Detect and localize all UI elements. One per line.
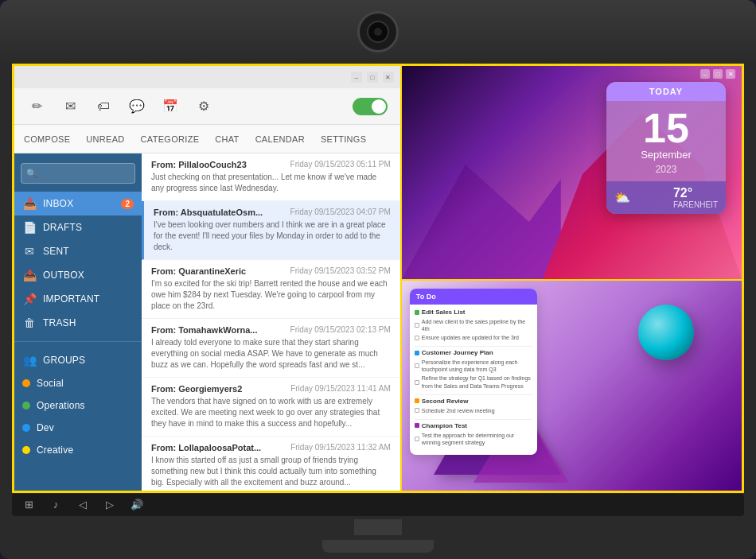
- sidebar-group-dev[interactable]: Dev: [14, 417, 142, 439]
- email-from-1: From: AbsquatulateOsm...: [154, 208, 263, 217]
- todo-separator-1: [415, 394, 532, 395]
- weather-temperature: 72°: [673, 186, 718, 200]
- desktop-bottom: To Do Edit Sales List Add new cl: [402, 281, 742, 491]
- sidebar-group-operations[interactable]: Operations: [14, 394, 142, 417]
- todo-item-3-0: Test the approach for determining our wi…: [415, 431, 532, 447]
- nav-unread[interactable]: UNREAD: [86, 134, 124, 144]
- calendar-month: September: [606, 149, 726, 164]
- todo-section-title-1: Customer Journey Plan: [415, 349, 532, 356]
- todo-item-1-1: Refine the strategy for Q1 based on find…: [415, 374, 532, 390]
- search-icon: 🔍: [26, 169, 37, 179]
- email-item-0[interactable]: From: PillalooCouch23 Friday 09/15/2023 …: [142, 153, 400, 201]
- email-date-5: Friday 09/15/2023 11:32 AM: [290, 443, 391, 452]
- sidebar-item-trash[interactable]: 🗑 TRASH: [14, 311, 142, 335]
- chat-icon[interactable]: 💬: [127, 97, 146, 116]
- todo-checkbox-3-0[interactable]: [415, 437, 419, 441]
- todo-section-title-3: Champion Test: [415, 422, 532, 429]
- email-panel: – □ ✕ ✏ ✉ 🏷 💬 📅 ⚙ COMPOSE UNREAD CATEGOR…: [14, 66, 402, 491]
- email-preview-3: I already told everyone to make sure tha…: [151, 337, 391, 371]
- sidebar-groups-header: 👥 GROUPS: [14, 348, 142, 372]
- right-close-button[interactable]: ✕: [726, 69, 735, 79]
- calendar-today-label: TODAY: [606, 82, 726, 101]
- todo-section-2: Second Review Schedule 2nd review meetin…: [415, 398, 532, 415]
- sidebar-item-drafts[interactable]: 📄 DRAFTS: [14, 215, 142, 239]
- email-preview-5: I know this started off as just a small …: [151, 455, 391, 488]
- todo-item-0-0: Add new client to the sales pipeline by …: [415, 317, 532, 333]
- mountain-left: [402, 136, 561, 279]
- settings-icon[interactable]: ⚙: [194, 97, 213, 116]
- email-item-2[interactable]: From: QuarantineXeric Friday 09/15/2023 …: [142, 260, 400, 319]
- todo-separator-2: [415, 419, 532, 420]
- sidebar-group-social[interactable]: Social: [14, 372, 142, 394]
- social-dot: [22, 379, 30, 387]
- email-preview-2: I'm so excited for the ski trip! Barrett…: [151, 278, 391, 312]
- todo-checkbox-1-0[interactable]: [415, 363, 419, 368]
- dev-dot: [22, 424, 30, 432]
- taskbar: ⊞ ♪ ◁ ▷ 🔊: [12, 494, 744, 516]
- email-item-1[interactable]: From: AbsquatulateOsm... Friday 09/15/20…: [142, 201, 400, 260]
- toggle-switch[interactable]: [353, 98, 388, 115]
- taskbar-icon-1[interactable]: ♪: [49, 498, 63, 512]
- email-from-3: From: TomahawkWorna...: [151, 325, 257, 335]
- sidebar-group-creative[interactable]: Creative: [14, 439, 142, 461]
- calendar-year: 2023: [606, 164, 726, 181]
- taskbar-icon-3[interactable]: ▷: [103, 498, 117, 512]
- tag-icon[interactable]: 🏷: [94, 97, 113, 116]
- nav-categorize[interactable]: CATEGORIZE: [141, 134, 200, 144]
- search-box[interactable]: 🔍: [21, 163, 135, 184]
- nav-compose[interactable]: COMPOSE: [24, 134, 70, 144]
- compose-icon[interactable]: ✏: [27, 97, 46, 116]
- inbox-icon: 📥: [22, 197, 37, 210]
- email-from-4: From: Georgiemyers2: [151, 384, 242, 394]
- webcam-dot: [374, 28, 382, 36]
- taskbar-icon-4[interactable]: 🔊: [130, 498, 144, 512]
- todo-body: Edit Sales List Add new client to the sa…: [410, 305, 537, 455]
- taskbar-icon-2[interactable]: ◁: [76, 498, 90, 512]
- close-button[interactable]: ✕: [383, 72, 394, 83]
- monitor-stand-base: [322, 540, 434, 553]
- todo-dot-2: [415, 398, 419, 403]
- todo-checkbox-1-1[interactable]: [415, 380, 419, 385]
- todo-checkbox-0-0[interactable]: [415, 323, 419, 328]
- todo-section-title-2: Second Review: [415, 398, 532, 405]
- todo-checkbox-0-1[interactable]: [415, 336, 419, 340]
- todo-checkbox-2-0[interactable]: [415, 408, 419, 413]
- maximize-button[interactable]: □: [367, 72, 378, 83]
- weather-bar: ⛅ 72° FARENHEIT: [606, 181, 726, 214]
- email-header-2: From: QuarantineXeric Friday 09/15/2023 …: [151, 266, 391, 276]
- trash-icon: 🗑: [22, 316, 37, 329]
- email-date-4: Friday 09/15/2023 11:41 AM: [290, 384, 391, 394]
- calendar-day: 15: [606, 101, 726, 149]
- email-preview-1: I've been looking over numbers and I thi…: [154, 219, 391, 253]
- email-item-5[interactable]: From: LollapaloosaPotat... Friday 09/15/…: [142, 437, 400, 491]
- taskbar-icon-0[interactable]: ⊞: [21, 498, 36, 512]
- nav-chat[interactable]: CHAT: [215, 134, 239, 144]
- desktop-background-top: TODAY 15 September 2023 ⛅ 72° FARENHEIT: [402, 66, 742, 279]
- email-preview-4: The vendors that have signed on to work …: [151, 396, 391, 429]
- todo-section-0: Edit Sales List Add new client to the sa…: [415, 309, 532, 342]
- sidebar-item-inbox[interactable]: 📥 INBOX 2: [14, 192, 142, 215]
- email-item-3[interactable]: From: TomahawkWorna... Friday 09/15/2023…: [142, 319, 400, 378]
- sidebar-item-sent[interactable]: ✉ SENT: [14, 239, 142, 263]
- sidebar-item-important[interactable]: 📌 IMPORTANT: [14, 287, 142, 311]
- email-nav: COMPOSE UNREAD CATEGORIZE CHAT CALENDAR …: [14, 125, 400, 153]
- todo-header: To Do: [410, 289, 537, 305]
- sidebar-item-outbox[interactable]: 📤 OUTBOX: [14, 263, 142, 287]
- email-header-4: From: Georgiemyers2 Friday 09/15/2023 11…: [151, 384, 391, 394]
- email-header-0: From: PillalooCouch23 Friday 09/15/2023 …: [151, 160, 391, 169]
- email-header-1: From: AbsquatulateOsm... Friday 09/15/20…: [154, 208, 391, 217]
- calendar-icon[interactable]: 📅: [161, 97, 180, 116]
- email-date-0: Friday 09/15/2023 05:11 PM: [290, 160, 391, 169]
- minimize-button[interactable]: –: [351, 72, 362, 83]
- nav-calendar[interactable]: CALENDAR: [255, 134, 305, 144]
- email-date-1: Friday 09/15/2023 04:07 PM: [290, 208, 391, 217]
- email-item-4[interactable]: From: Georgiemyers2 Friday 09/15/2023 11…: [142, 378, 400, 437]
- mail-icon[interactable]: ✉: [60, 97, 80, 116]
- nav-settings[interactable]: SETTINGS: [321, 134, 366, 144]
- right-maximize-button[interactable]: □: [713, 69, 723, 79]
- monitor-stand-neck: [354, 519, 402, 535]
- operations-dot: [22, 402, 30, 410]
- email-from-0: From: PillalooCouch23: [151, 160, 247, 169]
- todo-separator-0: [415, 346, 532, 347]
- right-minimize-button[interactable]: –: [700, 69, 710, 79]
